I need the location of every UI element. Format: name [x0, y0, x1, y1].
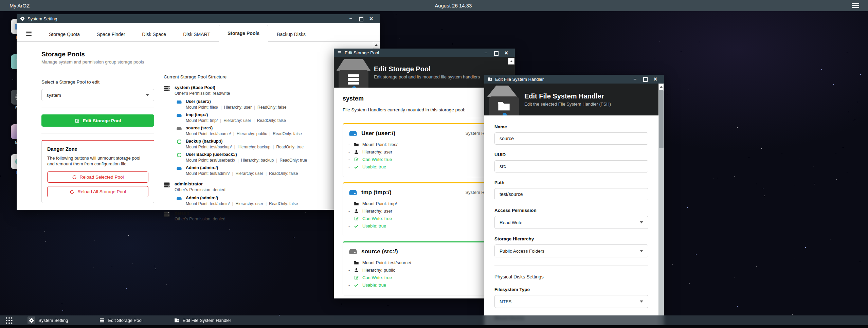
window-title: Edit File System Handler — [495, 77, 544, 82]
scroll-up-button[interactable] — [658, 84, 664, 90]
tab-disk-smart[interactable]: Disk SMART — [175, 27, 219, 41]
storage-pool-art — [334, 57, 374, 88]
refresh-green-icon — [176, 152, 182, 158]
system-setting-window: System Setting − × Storage Quota Space F… — [17, 14, 380, 210]
maximize-button[interactable] — [356, 14, 366, 23]
folder-icon — [496, 99, 511, 113]
scrollbar-track[interactable] — [658, 84, 664, 328]
refresh-green-icon — [176, 139, 182, 145]
header-subtitle: Edit the selected File System Handler (F… — [524, 102, 611, 107]
tab-backup-disks[interactable]: Backup Disks — [268, 27, 314, 41]
list-icon — [99, 317, 105, 323]
select-pool-label: Select a Storage Pool to edit — [41, 79, 154, 85]
edit-fsh-titlebar[interactable]: Edit File System Handler − × — [484, 75, 664, 84]
name-label: Name — [494, 124, 648, 129]
storage-pool-select[interactable]: system — [41, 89, 154, 101]
folder-icon — [174, 317, 180, 323]
edit-storage-pool-titlebar[interactable]: Edit Storage Pool − × — [334, 49, 515, 57]
minimize-button[interactable]: − — [630, 75, 640, 84]
hdd-blue-icon — [176, 165, 182, 171]
physical-disks-section-label: Physical Disks Settings — [494, 274, 648, 279]
name-field[interactable] — [494, 132, 648, 145]
access-permission-select[interactable]: Read Write — [494, 216, 648, 229]
clock: August 26 14:33 — [435, 3, 472, 8]
header-subtitle: Edit storage pool and its mounted file s… — [374, 74, 480, 79]
scroll-up-button[interactable] — [508, 58, 514, 65]
header-title: Edit File System Handler — [524, 92, 611, 100]
hdd-blue-icon — [348, 129, 358, 138]
fsh-card-tmp: tmp (tmp:/) System Reserved -Mount Point… — [343, 182, 506, 236]
system-setting-titlebar[interactable]: System Setting − × — [17, 14, 380, 23]
menu-icon[interactable] — [26, 26, 32, 41]
tab-storage-quota[interactable]: Storage Quota — [40, 27, 88, 41]
folder-icon — [354, 142, 359, 147]
reload-selected-pool-button[interactable]: Reload Selected Pool — [47, 171, 148, 183]
check-icon — [354, 223, 359, 229]
close-button[interactable]: × — [366, 14, 376, 23]
server-icon — [164, 182, 170, 188]
scrollbar-thumb[interactable] — [659, 90, 664, 148]
pool-name-heading: system — [343, 95, 506, 102]
server-icon — [164, 85, 170, 92]
edit-fsh-header: Edit File System Handler Edit the select… — [484, 84, 664, 115]
edit-icon — [354, 275, 359, 280]
danger-zone-title: Danger Zone — [47, 146, 148, 152]
reload-all-storage-pool-button[interactable]: Reload All Storage Pool — [47, 186, 148, 197]
tab-storage-pools[interactable]: Storage Pools — [219, 25, 268, 42]
chevron-down-icon — [640, 250, 643, 252]
fsh-card-user: User (user:/) System Reserved -Mount Poi… — [343, 123, 506, 177]
access-permission-label: Access Permission — [494, 208, 648, 213]
hdd-blue-icon — [176, 196, 182, 201]
header-title: Edit Storage Pool — [374, 65, 480, 73]
minimize-button[interactable]: − — [481, 49, 491, 57]
chevron-down-icon — [640, 221, 643, 223]
edit-fsh-window: Edit File System Handler − × Edit File S… — [484, 75, 664, 328]
path-field[interactable] — [494, 188, 648, 200]
list-icon — [337, 51, 342, 55]
chevron-down-icon — [146, 94, 149, 96]
path-label: Path — [494, 180, 648, 185]
folder-icon — [354, 260, 359, 265]
taskbar-item-edit-storage-pool[interactable]: Edit Storage Pool — [99, 317, 142, 323]
folder-icon — [488, 77, 492, 81]
user-icon — [354, 149, 359, 154]
user-icon — [354, 208, 359, 214]
storage-hierarchy-label: Storage Hierarchy — [494, 236, 648, 241]
maximize-button[interactable] — [640, 75, 650, 84]
maximize-button[interactable] — [491, 49, 501, 57]
settings-tab-bar: Storage Quota Space Finder Disk Space Di… — [17, 23, 380, 42]
page-title: Storage Pools — [41, 51, 154, 58]
storage-hierarchy-select[interactable]: Public Access Folders — [494, 244, 648, 257]
taskbar-item-edit-fsh[interactable]: Edit File System Handler — [174, 317, 231, 323]
server-icon — [346, 73, 361, 86]
app-launcher-icon[interactable] — [5, 316, 13, 325]
hdd-blue-icon — [176, 99, 182, 105]
gear-icon — [20, 16, 25, 21]
filesystem-type-select[interactable]: NTFS — [494, 295, 648, 308]
minimize-button[interactable]: − — [346, 14, 356, 23]
tab-space-finder[interactable]: Space Finder — [88, 27, 133, 41]
fsh-card-source: source (src:/) -Mount Point: test/source… — [343, 241, 506, 295]
hdd-gray-icon — [348, 247, 358, 256]
taskbar: System Setting Edit Storage Pool Edit Fi… — [0, 315, 868, 325]
check-icon — [354, 164, 359, 169]
hdd-blue-icon — [348, 188, 358, 197]
mounted-fsh-intro: File System Handlers currently mounted i… — [343, 107, 506, 112]
edit-storage-pool-button[interactable]: Edit Storage Pool — [41, 114, 154, 127]
edit-icon — [354, 157, 359, 162]
refresh-icon — [72, 175, 77, 180]
hdd-gray-icon — [176, 126, 182, 131]
edit-icon — [354, 216, 359, 221]
close-button[interactable]: × — [501, 49, 511, 57]
danger-zone-description: The following buttons will unmount stora… — [47, 155, 148, 167]
refresh-icon — [70, 189, 74, 194]
fsh-art — [484, 84, 524, 115]
hamburger-icon[interactable] — [852, 2, 859, 9]
uuid-field[interactable] — [494, 160, 648, 172]
top-bar: My ArOZ August 26 14:33 — [0, 0, 868, 11]
brand-label[interactable]: My ArOZ — [10, 3, 30, 8]
taskbar-item-system-setting[interactable]: System Setting — [28, 316, 68, 324]
tab-disk-space[interactable]: Disk Space — [133, 27, 175, 41]
close-button[interactable]: × — [650, 75, 661, 84]
filesystem-type-label: Filesystem Type — [494, 287, 648, 292]
